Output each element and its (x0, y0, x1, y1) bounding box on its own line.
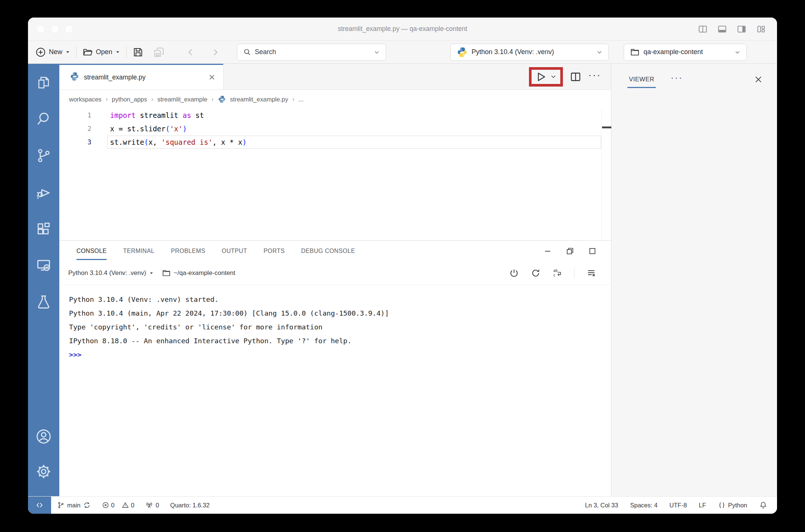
editor-scrollbar[interactable] (601, 109, 611, 240)
search-input[interactable]: Search (237, 44, 386, 61)
sidebar-item-search[interactable] (35, 110, 53, 128)
split-editor-icon[interactable] (570, 71, 582, 83)
breadcrumb-item[interactable]: workspaces (69, 96, 101, 103)
traffic-lights[interactable] (36, 25, 73, 34)
remote-explorer-icon (35, 257, 52, 273)
close-tab-icon[interactable] (208, 73, 216, 81)
git-branch-status[interactable]: main (57, 501, 91, 509)
sidebar-item-source-control[interactable] (35, 147, 53, 165)
close-window-button[interactable] (36, 25, 45, 34)
editor-tab-streamlit-example[interactable]: streamlit_example.py (59, 64, 223, 90)
new-button-label: New (49, 48, 62, 56)
chevron-down-icon (374, 49, 380, 55)
sidebar-item-run-debug[interactable] (35, 183, 53, 201)
new-button[interactable]: New (35, 47, 70, 57)
console-output[interactable]: Python 3.10.4 (Venv: .venv) started.Pyth… (59, 285, 611, 496)
panel-tab-ports[interactable]: PORTS (263, 241, 285, 261)
eol-status[interactable]: LF (699, 502, 706, 509)
editor-tab-bar: streamlit_example.py ··· (59, 64, 611, 90)
search-icon (243, 48, 251, 56)
indentation-status[interactable]: Spaces: 4 (630, 502, 657, 509)
workspace-label: qa-example-content (643, 48, 703, 56)
git-branch-icon (57, 501, 65, 509)
toggle-secondary-sidebar-icon[interactable] (737, 24, 746, 34)
quarto-status[interactable]: Quarto: 1.6.32 (170, 502, 210, 509)
panel-window-controls (543, 241, 611, 261)
clear-console-icon[interactable] (586, 268, 596, 278)
notifications-bell-icon[interactable] (759, 501, 767, 509)
settings-button[interactable] (35, 463, 53, 481)
warnings-icon (122, 501, 129, 509)
save-all-icon[interactable] (153, 47, 165, 58)
navigate-back-icon[interactable] (186, 48, 195, 57)
account-button[interactable] (35, 428, 53, 445)
viewer-header: VIEWER ··· (611, 64, 777, 95)
braces-icon (718, 501, 726, 509)
breadcrumb-item[interactable]: streamlit_example (157, 96, 207, 103)
plus-circle-icon (35, 47, 46, 57)
run-file-icon[interactable] (535, 71, 546, 82)
toolbar-separator (126, 47, 126, 58)
console-actions: abc (509, 268, 596, 278)
python-icon (70, 72, 79, 81)
word-wrap-icon[interactable]: abc (552, 268, 562, 278)
code-line[interactable]: 3st.write(x, 'squared is', x * x) (59, 135, 611, 149)
code-editor[interactable]: 1import streamlit as st2x = st.slider('x… (59, 109, 611, 240)
restart-console-icon[interactable] (531, 268, 541, 278)
zoom-window-button[interactable] (65, 25, 73, 34)
breadcrumb-item[interactable]: ... (298, 96, 304, 103)
language-mode-status[interactable]: Python (718, 501, 747, 509)
workspace-selector[interactable]: qa-example-content (624, 44, 747, 61)
panel-tab-problems[interactable]: PROBLEMS (171, 241, 205, 261)
cursor-position-status[interactable]: Ln 3, Col 33 (585, 502, 618, 509)
svg-text:c: c (553, 273, 555, 277)
panel-tab-terminal[interactable]: TERMINAL (123, 241, 154, 261)
maximize-panel-icon[interactable] (588, 247, 597, 256)
forwarded-ports-status[interactable]: 0 (145, 501, 159, 509)
close-viewer-icon[interactable] (754, 75, 763, 84)
console-interpreter-label: Python 3.10.4 (Venv: .venv) (68, 269, 146, 277)
customize-layout-icon[interactable] (756, 24, 766, 34)
breadcrumb-separator: › (292, 96, 294, 103)
problems-status[interactable]: 0 0 (102, 501, 134, 509)
breadcrumb-item[interactable]: python_apps (112, 96, 147, 103)
toggle-panel-icon[interactable] (717, 24, 727, 34)
navigate-forward-icon[interactable] (211, 48, 220, 57)
console-output-line: Python 3.10.4 (Venv: .venv) started. (69, 292, 604, 306)
minimize-window-button[interactable] (50, 25, 59, 34)
sync-icon (83, 501, 91, 509)
encoding-status[interactable]: UTF-8 (670, 502, 687, 509)
panel-tab-debug-console[interactable]: DEBUG CONSOLE (301, 241, 355, 261)
save-icon[interactable] (132, 47, 144, 58)
console-output-line: IPython 8.18.0 -- An enhanced Interactiv… (69, 334, 604, 348)
viewer-tab[interactable]: VIEWER (629, 64, 654, 95)
activity-bar (28, 64, 59, 496)
panel-tab-console[interactable]: CONSOLE (76, 241, 107, 261)
restore-panel-icon[interactable] (566, 247, 574, 256)
sidebar-item-testing[interactable] (35, 293, 53, 311)
run-options-chevron-icon[interactable] (550, 73, 557, 80)
minimize-panel-icon[interactable] (543, 247, 552, 256)
more-actions-icon[interactable]: ··· (588, 71, 601, 82)
console-interpreter-dropdown[interactable]: Python 3.10.4 (Venv: .venv) (68, 269, 154, 277)
sidebar-item-extensions[interactable] (35, 220, 53, 238)
folder-icon (162, 269, 171, 278)
layout-controls (698, 24, 766, 34)
code-line[interactable]: 2x = st.slider('x') (59, 122, 611, 135)
shutdown-console-icon[interactable] (509, 268, 519, 278)
split-editor-layout-icon[interactable] (698, 24, 708, 34)
breadcrumb-item[interactable]: streamlit_example.py (230, 96, 288, 103)
sidebar-item-explorer[interactable] (35, 73, 53, 91)
open-button[interactable]: Open (82, 47, 120, 57)
code-lines: 1import streamlit as st2x = st.slider('x… (59, 109, 611, 149)
indentation-value: Spaces: 4 (630, 502, 657, 509)
viewer-more-actions-icon[interactable]: ··· (671, 72, 683, 87)
remote-indicator[interactable] (28, 497, 51, 514)
errors-count: 0 (111, 502, 115, 509)
code-line[interactable]: 1import streamlit as st (59, 109, 611, 122)
console-prompt[interactable]: >>> (69, 348, 604, 362)
panel-tab-output[interactable]: OUTPUT (222, 241, 247, 261)
dropdown-caret-icon (115, 50, 120, 54)
sidebar-item-remote-explorer[interactable] (35, 256, 53, 274)
interpreter-selector[interactable]: Python 3.10.4 (Venv: .venv) (450, 44, 609, 61)
